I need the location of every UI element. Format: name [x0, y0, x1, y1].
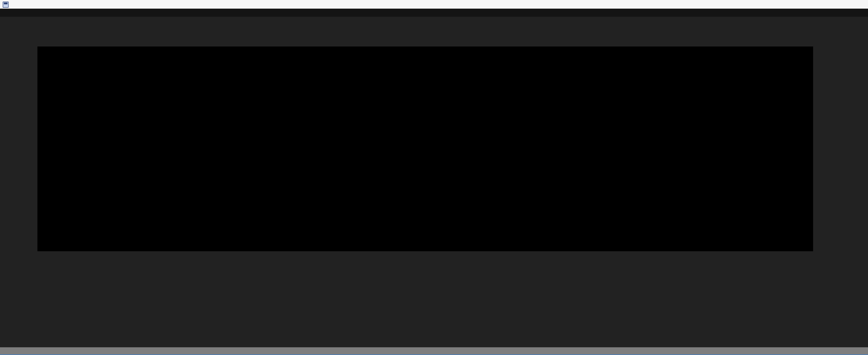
- status-bar: [0, 347, 868, 355]
- title-bar: [0, 0, 868, 9]
- close-button[interactable]: [855, 0, 868, 9]
- menu-bar: [0, 9, 868, 17]
- app-icon: [3, 2, 9, 8]
- minimize-button[interactable]: [830, 0, 843, 9]
- maximize-button[interactable]: [843, 0, 855, 9]
- spectrum-display-area[interactable]: [37, 47, 813, 251]
